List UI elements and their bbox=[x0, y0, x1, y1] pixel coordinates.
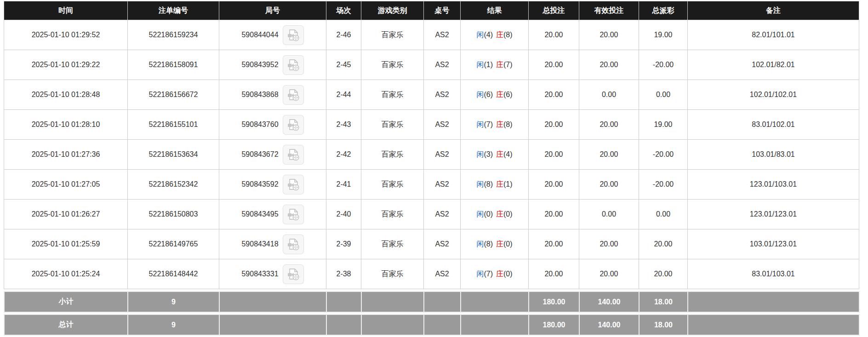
round-id-value: 590843672 bbox=[241, 150, 278, 159]
player-result-score: (8) bbox=[484, 180, 493, 188]
video-replay-button[interactable] bbox=[283, 264, 304, 284]
player-result-label: 闲 bbox=[476, 91, 484, 98]
round-id-cell: 590843495 bbox=[219, 200, 326, 229]
game-type-cell: 百家乐 bbox=[361, 110, 424, 140]
table-row[interactable]: 2025-01-10 01:25:24 522186148442 5908433… bbox=[4, 259, 859, 289]
subtotal-valid-bet: 140.00 bbox=[579, 291, 639, 312]
session-cell: 2-40 bbox=[326, 200, 361, 229]
total-bet-link[interactable]: 20.00 bbox=[529, 200, 579, 229]
round-id-value: 590843592 bbox=[241, 180, 278, 188]
total-bet-link[interactable]: 20.00 bbox=[529, 50, 579, 80]
banker-result-score: (6) bbox=[503, 91, 513, 98]
total-bet-link[interactable]: 20.00 bbox=[529, 229, 579, 259]
game-type-cell: 百家乐 bbox=[361, 229, 424, 259]
player-result-label: 闲 bbox=[476, 120, 484, 128]
subtotal-label: 小计 bbox=[4, 291, 128, 312]
table-row[interactable]: 2025-01-10 01:29:52 522186159234 5908440… bbox=[4, 20, 859, 50]
round-id-value: 590843952 bbox=[241, 61, 278, 69]
result-cell: 闲(0)庄(0) bbox=[461, 200, 529, 229]
total-bet-link[interactable]: 20.00 bbox=[529, 80, 579, 110]
video-replay-button[interactable] bbox=[283, 55, 304, 75]
video-document-icon bbox=[286, 148, 300, 161]
total-bet-link[interactable]: 20.00 bbox=[529, 259, 579, 289]
total-bet-link[interactable]: 20.00 bbox=[529, 20, 579, 50]
grand-total-row: 总计 9 180.00 140.00 18.00 bbox=[4, 314, 859, 335]
round-id-value: 590843760 bbox=[241, 120, 278, 129]
session-cell: 2-46 bbox=[326, 20, 361, 50]
video-replay-button[interactable] bbox=[283, 25, 304, 45]
time-cell: 2025-01-10 01:28:48 bbox=[4, 80, 128, 110]
time-cell: 2025-01-10 01:25:24 bbox=[4, 259, 128, 289]
table-no-cell: AS2 bbox=[424, 20, 461, 50]
game-type-cell: 百家乐 bbox=[361, 20, 424, 50]
player-result-label: 闲 bbox=[476, 210, 484, 218]
col-header-time: 时间 bbox=[4, 1, 128, 20]
banker-result-label: 庄 bbox=[496, 210, 503, 218]
time-cell: 2025-01-10 01:25:59 bbox=[4, 229, 128, 259]
video-replay-button[interactable] bbox=[283, 85, 304, 105]
table-row[interactable]: 2025-01-10 01:29:22 522186158091 5908439… bbox=[4, 50, 859, 80]
result-cell: 闲(8)庄(1) bbox=[461, 170, 529, 200]
table-row[interactable]: 2025-01-10 01:26:27 522186150803 5908434… bbox=[4, 200, 859, 229]
subtotal-row: 小计 9 180.00 140.00 18.00 bbox=[4, 291, 859, 312]
video-replay-button[interactable] bbox=[283, 234, 304, 254]
video-document-icon bbox=[286, 58, 300, 72]
valid-bet-cell: 0.00 bbox=[579, 200, 639, 229]
bet-id-cell: 522186159234 bbox=[128, 20, 219, 50]
video-replay-button[interactable] bbox=[283, 205, 304, 224]
remark-cell: 103.01/123.01 bbox=[688, 229, 859, 259]
banker-result-label: 庄 bbox=[496, 61, 503, 69]
total-payout-cell: 20.00 bbox=[639, 259, 688, 289]
total-bet-link[interactable]: 20.00 bbox=[529, 140, 579, 170]
col-header-round-id: 局号 bbox=[219, 1, 326, 20]
table-row[interactable]: 2025-01-10 01:28:48 522186156672 5908438… bbox=[4, 80, 859, 110]
player-result-score: (8) bbox=[484, 240, 493, 248]
table-row[interactable]: 2025-01-10 01:27:05 522186152342 5908435… bbox=[4, 170, 859, 200]
col-header-valid-bet: 有效投注 bbox=[579, 1, 639, 20]
total-payout-cell: 19.00 bbox=[639, 110, 688, 140]
remark-cell: 83.01/102.01 bbox=[688, 110, 859, 140]
table-row[interactable]: 2025-01-10 01:27:36 522186153634 5908436… bbox=[4, 140, 859, 170]
col-header-session: 场次 bbox=[326, 1, 361, 20]
player-result-label: 闲 bbox=[476, 61, 484, 69]
time-cell: 2025-01-10 01:26:27 bbox=[4, 200, 128, 229]
bet-id-cell: 522186148442 bbox=[128, 259, 219, 289]
table-no-cell: AS2 bbox=[424, 110, 461, 140]
banker-result-score: (4) bbox=[503, 150, 513, 158]
video-replay-button[interactable] bbox=[283, 145, 304, 165]
video-document-icon bbox=[286, 237, 300, 251]
video-replay-button[interactable] bbox=[283, 175, 304, 194]
video-document-icon bbox=[286, 28, 300, 42]
col-header-total-payout: 总派彩 bbox=[639, 1, 688, 20]
valid-bet-cell: 20.00 bbox=[579, 20, 639, 50]
subtotal-total-bet: 180.00 bbox=[529, 291, 579, 312]
player-result-label: 闲 bbox=[476, 31, 484, 39]
banker-result-label: 庄 bbox=[496, 270, 503, 278]
grand-total-total-payout: 18.00 bbox=[639, 314, 688, 335]
table-no-cell: AS2 bbox=[424, 140, 461, 170]
subtotal-empty-cell bbox=[688, 291, 859, 312]
table-row[interactable]: 2025-01-10 01:28:10 522186155101 5908437… bbox=[4, 110, 859, 140]
banker-result-score: (7) bbox=[503, 61, 513, 69]
player-result-label: 闲 bbox=[476, 150, 484, 158]
subtotal-table: 小计 9 180.00 140.00 18.00 bbox=[4, 291, 860, 313]
session-cell: 2-39 bbox=[326, 229, 361, 259]
banker-result-score: (0) bbox=[503, 210, 513, 218]
round-id-cell: 590843868 bbox=[219, 80, 326, 110]
grand-total-empty-cell bbox=[326, 314, 361, 335]
subtotal-empty-cell bbox=[361, 291, 424, 312]
bet-id-cell: 522186153634 bbox=[128, 140, 219, 170]
banker-result-score: (8) bbox=[503, 120, 513, 128]
table-row[interactable]: 2025-01-10 01:25:59 522186149765 5908434… bbox=[4, 229, 859, 259]
total-bet-link[interactable]: 20.00 bbox=[529, 110, 579, 140]
bet-records-table: 时间 注单编号 局号 场次 游戏类别 桌号 结果 总投注 有效投注 总派彩 备注… bbox=[4, 1, 859, 289]
player-result-score: (4) bbox=[484, 31, 493, 39]
subtotal-empty-cell bbox=[326, 291, 361, 312]
video-replay-button[interactable] bbox=[283, 115, 304, 135]
video-document-icon bbox=[286, 267, 300, 281]
total-bet-link[interactable]: 20.00 bbox=[529, 170, 579, 200]
grand-total-empty-cell bbox=[361, 314, 424, 335]
table-body: 2025-01-10 01:29:52 522186159234 5908440… bbox=[4, 20, 859, 289]
remark-cell: 103.01/83.01 bbox=[688, 140, 859, 170]
time-cell: 2025-01-10 01:29:52 bbox=[4, 20, 128, 50]
